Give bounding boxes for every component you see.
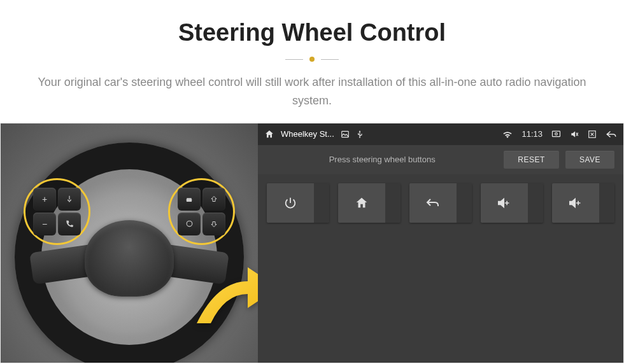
svg-point-3	[555, 132, 558, 135]
wheel-btn-minus: −	[33, 213, 56, 235]
instruction-text: Press steering wheel buttons	[267, 155, 497, 164]
close-box-icon[interactable]	[588, 130, 597, 139]
svg-point-0	[187, 221, 192, 227]
tile-side	[528, 183, 543, 223]
tile-side	[457, 183, 472, 223]
screenshot-icon[interactable]	[551, 130, 561, 138]
status-right: 11:13	[502, 129, 617, 139]
wheel-btn-phone	[58, 213, 81, 235]
volume-plus-icon	[552, 183, 599, 223]
divider-line-left	[285, 59, 303, 60]
header-section: Steering Wheel Control Your original car…	[0, 0, 624, 123]
page-title: Steering Wheel Control	[13, 19, 611, 46]
home-icon[interactable]	[264, 129, 274, 139]
power-icon	[267, 183, 314, 223]
content-row: + −	[0, 123, 624, 363]
wheel-btn-down	[202, 213, 225, 235]
head-unit-screen: Wheelkey St... 11:13	[258, 123, 623, 363]
wheel-btn-voice	[58, 188, 81, 211]
app-title: Wheelkey St...	[281, 129, 334, 139]
tile-side	[599, 183, 614, 223]
tile-back[interactable]	[409, 183, 472, 223]
title-divider	[13, 57, 611, 62]
status-bar: Wheelkey St... 11:13	[258, 123, 623, 145]
tile-side	[385, 183, 401, 223]
tile-volume-up-1[interactable]	[481, 183, 543, 223]
return-icon	[409, 183, 457, 223]
page-subtitle: Your original car's steering wheel contr…	[25, 73, 599, 110]
home-icon	[338, 183, 385, 223]
status-left: Wheelkey St...	[264, 129, 364, 139]
save-button[interactable]: SAVE	[565, 151, 614, 169]
tile-side	[314, 183, 329, 223]
wheel-btn-plus: +	[33, 188, 56, 211]
divider-dot	[309, 57, 315, 62]
wheel-buttons-right-highlight	[168, 178, 235, 245]
tile-home[interactable]	[338, 183, 401, 223]
control-bar: Press steering wheel buttons RESET SAVE	[258, 145, 623, 174]
wheel-hub	[85, 220, 174, 297]
function-tiles-row	[258, 174, 623, 232]
divider-line-right	[321, 59, 339, 60]
svg-rect-2	[553, 131, 560, 136]
mute-icon[interactable]	[570, 130, 579, 139]
status-time: 11:13	[521, 129, 542, 139]
reset-button[interactable]: RESET	[504, 151, 559, 169]
wheel-buttons-left-highlight: + −	[24, 178, 90, 245]
wheel-btn-up	[202, 188, 225, 211]
back-icon[interactable]	[606, 130, 617, 139]
usb-icon	[356, 130, 364, 139]
tile-volume-up-2[interactable]	[552, 183, 614, 223]
tile-power[interactable]	[267, 183, 329, 223]
arrow-indicator-icon	[185, 262, 258, 335]
volume-plus-icon	[481, 183, 528, 223]
image-icon	[341, 130, 350, 139]
wheel-btn-car	[178, 188, 201, 211]
wifi-icon	[502, 130, 513, 138]
steering-wheel-image: + −	[1, 123, 258, 363]
wheel-btn-circle	[178, 213, 201, 235]
